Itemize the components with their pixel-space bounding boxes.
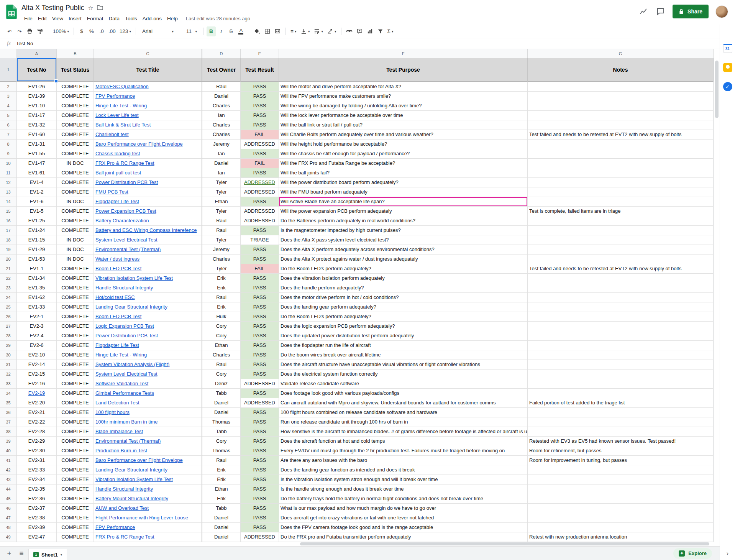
cell-test-no[interactable]: EV1-35	[17, 283, 57, 293]
row-number-23[interactable]: 23	[0, 283, 17, 293]
cell-test-title[interactable]: Baro Performance over Flight Envelope	[94, 456, 202, 465]
cell-test-no[interactable]: EV2-15	[17, 370, 57, 379]
cell-test-title[interactable]: Software Validation Test	[94, 379, 202, 389]
cell-test-status[interactable]: COMPLETE	[57, 216, 94, 226]
row-number-10[interactable]: 10	[0, 159, 17, 168]
cell-test-status[interactable]: COMPLETE	[57, 427, 94, 437]
cell-test-status[interactable]: COMPLETE	[57, 389, 94, 398]
cell-test-owner[interactable]: Cory	[202, 322, 241, 331]
cell-test-title[interactable]: Water / dust ingress	[94, 255, 202, 264]
row-number-24[interactable]: 24	[0, 293, 17, 302]
row-number-43[interactable]: 43	[0, 475, 17, 484]
cell-notes[interactable]	[528, 484, 714, 494]
cell-test-status[interactable]: COMPLETE	[57, 92, 94, 101]
keep-icon[interactable]	[723, 63, 732, 72]
cell-test-owner[interactable]: Erik	[202, 475, 241, 484]
cell-test-status[interactable]: COMPLETE	[57, 475, 94, 484]
cell-test-title[interactable]: FPV Performance	[94, 523, 202, 532]
cell-test-no[interactable]: EV1-62	[17, 293, 57, 302]
row-number-17[interactable]: 17	[0, 226, 17, 235]
cell-test-no[interactable]: EV1-60	[17, 130, 57, 140]
cell-test-no[interactable]: EV1-5	[17, 207, 57, 216]
header-cell-C1[interactable]: Test Title	[94, 58, 202, 82]
italic-button[interactable]: I	[217, 26, 226, 36]
cell-notes[interactable]	[528, 82, 714, 92]
insert-chart-button[interactable]	[365, 26, 375, 36]
cell-notes[interactable]	[528, 350, 714, 360]
header-cell-G1[interactable]: Notes	[528, 58, 714, 82]
cell-test-no[interactable]: EV1-32	[17, 120, 57, 130]
cell-test-result[interactable]: PASS	[241, 475, 279, 484]
cell-test-purpose[interactable]: Will Active Blade have an acceptable lif…	[279, 197, 528, 207]
cell-test-owner[interactable]: Thomas	[202, 417, 241, 427]
column-header-D[interactable]: D	[202, 49, 241, 58]
cell-test-result[interactable]: PASS	[241, 350, 279, 360]
cell-test-status[interactable]: COMPLETE	[57, 456, 94, 465]
cell-notes[interactable]	[528, 370, 714, 379]
cell-test-owner[interactable]: Tabb	[202, 389, 241, 398]
strikethrough-button[interactable]: S	[226, 26, 236, 36]
cell-test-title[interactable]: Vibration Isolation System Life Test	[94, 274, 202, 283]
cell-notes[interactable]: Room for refinement, but passes	[528, 446, 714, 456]
cell-test-status[interactable]: COMPLETE	[57, 312, 94, 322]
cell-test-status[interactable]: COMPLETE	[57, 111, 94, 120]
cell-notes[interactable]	[528, 101, 714, 111]
functions-dropdown[interactable]: Σ ▾	[386, 26, 395, 36]
cell-test-no[interactable]: EV1-34	[17, 274, 57, 283]
cell-test-status[interactable]: COMPLETE	[57, 532, 94, 542]
cell-test-result[interactable]: PASS	[241, 408, 279, 417]
row-number-1[interactable]: 1	[0, 58, 17, 82]
cell-test-purpose[interactable]: Is the vibration isolation system stron …	[279, 475, 528, 484]
cell-test-title[interactable]: System Vibration Analysis (Flight)	[94, 360, 202, 370]
share-button[interactable]: Share	[673, 5, 709, 18]
row-number-13[interactable]: 13	[0, 187, 17, 197]
cell-test-purpose[interactable]: 100 flight hours combined on release can…	[279, 408, 528, 417]
cell-test-purpose[interactable]: Validate release candidate software	[279, 379, 528, 389]
column-header-E[interactable]: E	[241, 49, 279, 58]
cell-test-status[interactable]: COMPLETE	[57, 408, 94, 417]
insert-comment-button[interactable]	[355, 26, 364, 36]
cell-test-owner[interactable]: Tabb	[202, 504, 241, 513]
menu-add-ons[interactable]: Add-ons	[140, 15, 164, 23]
row-number-37[interactable]: 37	[0, 417, 17, 427]
cell-notes[interactable]	[528, 504, 714, 513]
menu-tools[interactable]: Tools	[122, 15, 140, 23]
cell-test-purpose[interactable]: Does the landing gear perform adequately…	[279, 302, 528, 312]
cell-test-status[interactable]: COMPLETE	[57, 446, 94, 456]
cell-test-result[interactable]: PASS	[241, 111, 279, 120]
cell-test-purpose[interactable]: Is the handle strong enough and does it …	[279, 484, 528, 494]
cell-notes[interactable]	[528, 216, 714, 226]
cell-test-owner[interactable]: Daniel	[202, 523, 241, 532]
cell-test-purpose[interactable]: Do the Batteries perform adequately in r…	[279, 216, 528, 226]
currency-format-button[interactable]: $	[77, 26, 86, 36]
cell-test-no[interactable]: EV1-33	[17, 302, 57, 312]
cell-test-status[interactable]: COMPLETE	[57, 178, 94, 187]
cell-test-title[interactable]: Land Detection Test	[94, 398, 202, 408]
cell-test-owner[interactable]: Erik	[202, 494, 241, 504]
cell-test-result[interactable]: PASS	[241, 197, 279, 207]
cell-test-owner[interactable]: Tabb	[202, 427, 241, 437]
cell-test-result[interactable]: PASS	[241, 456, 279, 465]
sheet-tab-sheet1[interactable]: 1 Sheet1 ▾	[28, 549, 67, 560]
cell-test-result[interactable]: ADDRESSED	[241, 207, 279, 216]
cell-test-result[interactable]: PASS	[241, 149, 279, 159]
cell-notes[interactable]	[528, 427, 714, 437]
zoom-dropdown[interactable]: 100% ▾	[51, 26, 71, 36]
cell-test-owner[interactable]: Charles	[202, 101, 241, 111]
add-sheet-button[interactable]: +	[4, 548, 15, 559]
cell-test-result[interactable]: ADDRESSED	[241, 178, 279, 187]
row-number-38[interactable]: 38	[0, 427, 17, 437]
fill-color-button[interactable]	[252, 26, 262, 36]
cell-test-status[interactable]: IN DOC	[57, 159, 94, 168]
cell-test-status[interactable]: COMPLETE	[57, 437, 94, 446]
cell-test-result[interactable]: PASS	[241, 302, 279, 312]
cell-test-title[interactable]: AUW and Overload Test	[94, 504, 202, 513]
cell-test-title[interactable]: 100 flight hours	[94, 408, 202, 417]
cell-test-result[interactable]: FAIL	[241, 130, 279, 140]
row-number-27[interactable]: 27	[0, 322, 17, 331]
cell-test-purpose[interactable]: Does the electrical system function corr…	[279, 370, 528, 379]
cell-test-owner[interactable]: Thomas	[202, 446, 241, 456]
row-number-34[interactable]: 34	[0, 389, 17, 398]
cell-notes[interactable]	[528, 408, 714, 417]
row-number-48[interactable]: 48	[0, 523, 17, 532]
